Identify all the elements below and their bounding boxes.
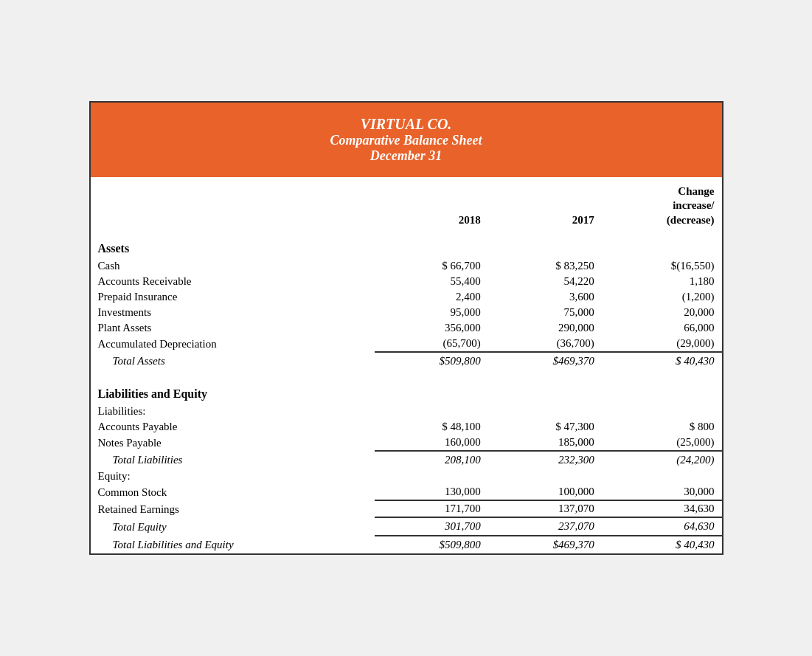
report-header: VIRTUAL CO. Comparative Balance Sheet De… — [91, 103, 722, 177]
assets-section-header: Assets — [91, 233, 722, 258]
table-row: Plant Assets 356,000 290,000 66,000 — [91, 320, 722, 336]
total-equity-2018: 301,700 — [375, 517, 488, 536]
balance-sheet-container: VIRTUAL CO. Comparative Balance Sheet De… — [89, 101, 723, 556]
np-label: Notes Payable — [91, 435, 375, 451]
total-liabilities-2017: 232,300 — [488, 451, 602, 469]
accum-dep-label: Accumulated Depreciation — [91, 336, 375, 352]
table-row: Accumulated Depreciation (65,700) (36,70… — [91, 336, 722, 352]
table-row: Notes Payable 160,000 185,000 (25,000) — [91, 435, 722, 451]
cash-label: Cash — [91, 258, 375, 274]
company-name: VIRTUAL CO. — [98, 116, 715, 133]
investments-change: 20,000 — [602, 305, 722, 320]
equity-sub-label: Equity: — [91, 469, 375, 484]
ar-label: Accounts Receivable — [91, 274, 375, 289]
table-row: Investments 95,000 75,000 20,000 — [91, 305, 722, 320]
common-stock-change: 30,000 — [602, 484, 722, 500]
prepaid-change: (1,200) — [602, 289, 722, 305]
liabilities-sub-label: Liabilities: — [91, 404, 375, 419]
balance-sheet-table: 2018 2017 Changeincrease/(decrease) Asse… — [91, 177, 722, 554]
total-assets-label: Total Assets — [91, 352, 375, 370]
plant-2017: 290,000 — [488, 320, 602, 336]
ap-2017: $ 47,300 — [488, 419, 602, 435]
common-stock-2018: 130,000 — [375, 484, 488, 500]
liabilities-sub-header: Liabilities: — [91, 404, 722, 419]
total-equity-row: Total Equity 301,700 237,070 64,630 — [91, 517, 722, 536]
total-equity-label: Total Equity — [91, 517, 375, 536]
investments-2018: 95,000 — [375, 305, 488, 320]
ap-label: Accounts Payable — [91, 419, 375, 435]
accum-dep-change: (29,000) — [602, 336, 722, 352]
plant-change: 66,000 — [602, 320, 722, 336]
table-row: Common Stock 130,000 100,000 30,000 — [91, 484, 722, 500]
ar-change: 1,180 — [602, 274, 722, 289]
col-header-2018: 2018 — [375, 177, 488, 234]
table-row: Accounts Receivable 55,400 54,220 1,180 — [91, 274, 722, 289]
retained-earnings-change: 34,630 — [602, 500, 722, 517]
total-liabilities-2018: 208,100 — [375, 451, 488, 469]
liabilities-equity-section-header: Liabilities and Equity — [91, 379, 722, 404]
ap-change: $ 800 — [602, 419, 722, 435]
plant-2018: 356,000 — [375, 320, 488, 336]
prepaid-2017: 3,600 — [488, 289, 602, 305]
np-2017: 185,000 — [488, 435, 602, 451]
prepaid-2018: 2,400 — [375, 289, 488, 305]
retained-earnings-2017: 137,070 — [488, 500, 602, 517]
common-stock-2017: 100,000 — [488, 484, 602, 500]
total-liabilities-label: Total Liabilities — [91, 451, 375, 469]
ar-2018: 55,400 — [375, 274, 488, 289]
prepaid-label: Prepaid Insurance — [91, 289, 375, 305]
report-title: Comparative Balance Sheet — [98, 133, 715, 148]
spacer — [91, 370, 722, 379]
equity-sub-header: Equity: — [91, 469, 722, 484]
table-row: Prepaid Insurance 2,400 3,600 (1,200) — [91, 289, 722, 305]
total-le-2017: $469,370 — [488, 536, 602, 553]
np-change: (25,000) — [602, 435, 722, 451]
retained-earnings-2018: 171,700 — [375, 500, 488, 517]
total-le-change: $ 40,430 — [602, 536, 722, 553]
plant-label: Plant Assets — [91, 320, 375, 336]
investments-label: Investments — [91, 305, 375, 320]
cash-2017: $ 83,250 — [488, 258, 602, 274]
table-row: Cash $ 66,700 $ 83,250 $(16,550) — [91, 258, 722, 274]
table-row: Accounts Payable $ 48,100 $ 47,300 $ 800 — [91, 419, 722, 435]
accum-dep-2018: (65,700) — [375, 336, 488, 352]
total-assets-2017: $469,370 — [488, 352, 602, 370]
total-liabilities-row: Total Liabilities 208,100 232,300 (24,20… — [91, 451, 722, 469]
total-assets-change: $ 40,430 — [602, 352, 722, 370]
report-date: December 31 — [98, 148, 715, 164]
total-assets-2018: $509,800 — [375, 352, 488, 370]
liabilities-equity-label: Liabilities and Equity — [91, 379, 722, 404]
total-liabilities-change: (24,200) — [602, 451, 722, 469]
total-assets-row: Total Assets $509,800 $469,370 $ 40,430 — [91, 352, 722, 370]
common-stock-label: Common Stock — [91, 484, 375, 500]
cash-change: $(16,550) — [602, 258, 722, 274]
col-header-2017: 2017 — [488, 177, 602, 234]
total-le-label: Total Liabilities and Equity — [91, 536, 375, 553]
total-equity-change: 64,630 — [602, 517, 722, 536]
col-header-label — [91, 177, 375, 234]
ap-2018: $ 48,100 — [375, 419, 488, 435]
accum-dep-2017: (36,700) — [488, 336, 602, 352]
investments-2017: 75,000 — [488, 305, 602, 320]
total-le-row: Total Liabilities and Equity $509,800 $4… — [91, 536, 722, 553]
total-equity-2017: 237,070 — [488, 517, 602, 536]
table-row: Retained Earnings 171,700 137,070 34,630 — [91, 500, 722, 517]
total-le-2018: $509,800 — [375, 536, 488, 553]
cash-2018: $ 66,700 — [375, 258, 488, 274]
retained-earnings-label: Retained Earnings — [91, 500, 375, 517]
ar-2017: 54,220 — [488, 274, 602, 289]
np-2018: 160,000 — [375, 435, 488, 451]
col-header-change: Changeincrease/(decrease) — [602, 177, 722, 234]
assets-label: Assets — [91, 233, 722, 258]
